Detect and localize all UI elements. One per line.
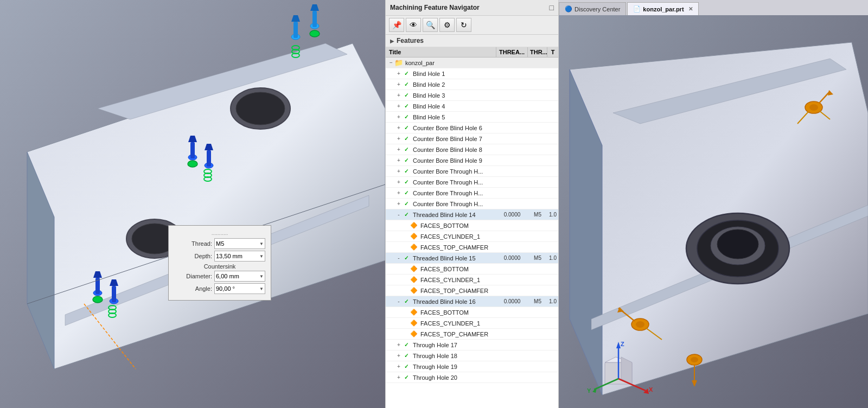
thread-select[interactable]: M5 ▼: [214, 238, 265, 249]
tree-item-counterbore8[interactable]: +✓Counter Bore Blind Hole 8: [386, 144, 558, 155]
tree-item-tblind14[interactable]: -✓Threaded Blind Hole 140.0000M51.0: [386, 209, 558, 220]
tree-item-faces_bottom16[interactable]: 🔶FACES_BOTTOM: [386, 307, 558, 318]
depth-select[interactable]: 13,50 mm ▼: [214, 251, 265, 262]
toolbar-show-button[interactable]: 👁: [406, 18, 421, 32]
tree-item-through17[interactable]: +✓Through Hole 17: [386, 340, 558, 350]
tree-icon-tblind15: ✓: [402, 254, 411, 263]
tree-label-blind1: Blind Hole 1: [412, 71, 496, 77]
check-icon: ✓: [404, 157, 409, 163]
svg-point-36: [108, 305, 116, 310]
tree-expand-blind4[interactable]: +: [395, 103, 402, 109]
tree-item-counterbore6[interactable]: +✓Counter Bore Blind Hole 6: [386, 123, 558, 133]
tree-items-container: +✓Blind Hole 1+✓Blind Hole 2+✓Blind Hole…: [386, 68, 558, 383]
angle-dropdown-arrow: ▼: [259, 286, 264, 291]
face-icon: 🔶: [410, 287, 418, 294]
tree-expand-counterbore9[interactable]: +: [395, 157, 402, 163]
tree-item-faces_top14[interactable]: 🔶FACES_TOP_CHAMFER: [386, 242, 558, 253]
tree-item-blind4[interactable]: +✓Blind Hole 4: [386, 101, 558, 112]
tree-icon-through17: ✓: [402, 341, 411, 349]
tree-item-faces_cyl15[interactable]: 🔶FACES_CYLINDER_1: [386, 275, 558, 285]
col-thr-tblind15: M5: [528, 255, 547, 261]
tree-expand-counterbore8[interactable]: +: [395, 146, 402, 152]
toolbar-refresh-button[interactable]: ↻: [456, 18, 471, 32]
tree-icon-blind3: ✓: [402, 91, 411, 100]
tree-expand-blind3[interactable]: +: [395, 92, 402, 98]
tree-item-faces_bottom15[interactable]: 🔶FACES_BOTTOM: [386, 264, 558, 275]
tree-expand-counterbore_th4[interactable]: +: [395, 201, 402, 207]
tree-item-faces_cyl16[interactable]: 🔶FACES_CYLINDER_1: [386, 318, 558, 329]
svg-point-49: [717, 229, 758, 259]
diameter-select[interactable]: 6,00 mm ▼: [214, 271, 265, 282]
tab-discovery-center[interactable]: 🔵 Discovery Center: [559, 2, 626, 15]
navigator-tree[interactable]: − 📁 konzol_par +✓Blind Hole 1+✓Blind Hol…: [386, 58, 558, 408]
tree-item-counterbore_th2[interactable]: +✓Counter Bore Through H...: [386, 177, 558, 188]
tree-expand-tblind14[interactable]: -: [395, 212, 402, 218]
toolbar-settings-button[interactable]: ⚙: [439, 18, 455, 32]
tab-konzol[interactable]: 📄 konzol_par.prt ✕: [627, 2, 698, 15]
tree-expand-counterbore7[interactable]: +: [395, 136, 402, 142]
navigator-panel: Machining Feature Navigator □ 📌 👁 🔍 ⚙ ↻ …: [385, 0, 559, 408]
thread-row: Thread: M5 ▼: [174, 238, 265, 249]
tree-item-blind1[interactable]: +✓Blind Hole 1: [386, 68, 558, 79]
tree-item-blind2[interactable]: +✓Blind Hole 2: [386, 79, 558, 90]
tree-item-counterbore_th4[interactable]: +✓Counter Bore Through H...: [386, 199, 558, 209]
thread-label: Thread:: [174, 240, 212, 247]
tree-root[interactable]: − 📁 konzol_par: [386, 58, 558, 68]
tree-expand-counterbore_th3[interactable]: +: [395, 190, 402, 196]
tree-icon-through18: ✓: [402, 352, 411, 360]
angle-value: 90,00 °: [216, 285, 235, 292]
tree-item-counterbore_th3[interactable]: +✓Counter Bore Through H...: [386, 188, 558, 199]
tree-label-counterbore9: Counter Bore Blind Hole 9: [412, 157, 496, 164]
tree-expand-counterbore_th2[interactable]: +: [395, 179, 402, 185]
tree-item-faces_cyl14[interactable]: 🔶FACES_CYLINDER_1: [386, 231, 558, 242]
tree-expand-tblind15[interactable]: -: [395, 255, 402, 261]
tree-icon-faces_top14: 🔶: [410, 243, 418, 252]
tree-expand-blind1[interactable]: +: [395, 71, 402, 76]
tree-expand-blind2[interactable]: +: [395, 81, 402, 87]
tree-icon-faces_cyl14: 🔶: [410, 232, 418, 241]
features-row[interactable]: ▶ Features: [386, 35, 558, 47]
tree-item-blind3[interactable]: +✓Blind Hole 3: [386, 90, 558, 101]
tree-item-through18[interactable]: +✓Through Hole 18: [386, 350, 558, 361]
tree-icon-counterbore6: ✓: [402, 124, 411, 132]
tree-item-counterbore9[interactable]: +✓Counter Bore Blind Hole 9: [386, 155, 558, 166]
tree-item-through20[interactable]: +✓Through Hole 20: [386, 372, 558, 383]
check-icon: ✓: [404, 212, 409, 218]
tree-item-counterbore_th1[interactable]: +✓Counter Bore Through H...: [386, 166, 558, 177]
face-icon: 🔶: [410, 265, 418, 272]
tree-expand-through19[interactable]: +: [395, 364, 402, 369]
tree-expand-blind5[interactable]: +: [395, 114, 402, 120]
angle-select[interactable]: 90,00 ° ▼: [214, 283, 265, 294]
tree-icon-counterbore_th1: ✓: [402, 167, 411, 176]
toolbar-pin-button[interactable]: 📌: [389, 18, 404, 32]
tree-expand-counterbore6[interactable]: +: [395, 125, 402, 131]
tree-item-faces_bottom14[interactable]: 🔶FACES_BOTTOM: [386, 220, 558, 231]
tree-label-faces_top15: FACES_TOP_CHAMFER: [419, 288, 496, 294]
tree-item-tblind16[interactable]: -✓Threaded Blind Hole 160.0000M51.0: [386, 296, 558, 307]
tree-item-tblind15[interactable]: -✓Threaded Blind Hole 150.0000M51.0: [386, 253, 558, 264]
svg-marker-1: [27, 43, 385, 369]
tree-expand-counterbore_th1[interactable]: +: [395, 168, 402, 174]
depth-label: Depth:: [174, 253, 212, 259]
face-icon: 🔶: [410, 233, 418, 240]
svg-line-39: [84, 304, 136, 369]
toolbar-filter-button[interactable]: 🔍: [423, 18, 438, 32]
tree-item-through19[interactable]: +✓Through Hole 19: [386, 361, 558, 372]
face-icon: 🔶: [410, 276, 418, 283]
root-label: konzol_par: [404, 60, 496, 66]
tree-item-counterbore7[interactable]: +✓Counter Bore Blind Hole 7: [386, 133, 558, 144]
svg-text:X: X: [649, 386, 653, 393]
tree-label-blind5: Blind Hole 5: [412, 114, 496, 120]
svg-text:Z: Z: [621, 341, 624, 347]
tree-expand-through17[interactable]: +: [395, 342, 402, 348]
tree-item-faces_top16[interactable]: 🔶FACES_TOP_CHAMFER: [386, 329, 558, 340]
col-threa: THREA...: [496, 47, 528, 57]
tree-expand-through18[interactable]: +: [395, 353, 402, 359]
tree-item-blind5[interactable]: +✓Blind Hole 5: [386, 112, 558, 123]
tab-konzol-close[interactable]: ✕: [688, 6, 693, 12]
navigator-close-button[interactable]: □: [550, 3, 554, 12]
tree-label-counterbore7: Counter Bore Blind Hole 7: [412, 136, 496, 142]
tree-expand-through20[interactable]: +: [395, 374, 402, 380]
tree-item-faces_top15[interactable]: 🔶FACES_TOP_CHAMFER: [386, 285, 558, 296]
tree-expand-tblind16[interactable]: -: [395, 298, 402, 304]
